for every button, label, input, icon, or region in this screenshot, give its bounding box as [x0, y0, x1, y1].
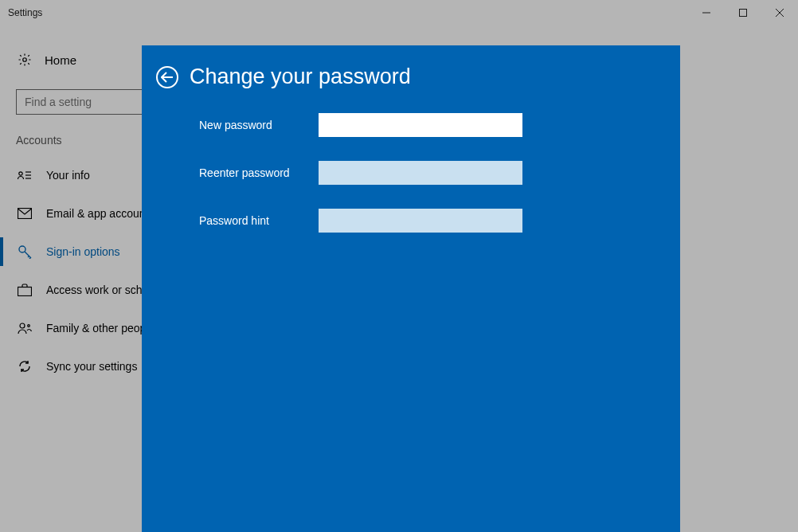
password-hint-input[interactable]	[319, 209, 522, 233]
password-hint-label: Password hint	[199, 214, 319, 227]
arrow-left-icon	[161, 72, 174, 83]
change-password-modal: Change your password New password Reente…	[142, 45, 680, 532]
reenter-password-label: Reenter password	[199, 166, 319, 179]
reenter-password-input[interactable]	[319, 161, 522, 185]
back-button[interactable]	[156, 66, 178, 88]
new-password-input[interactable]	[319, 113, 522, 137]
new-password-label: New password	[199, 119, 319, 131]
modal-title: Change your password	[190, 65, 411, 89]
